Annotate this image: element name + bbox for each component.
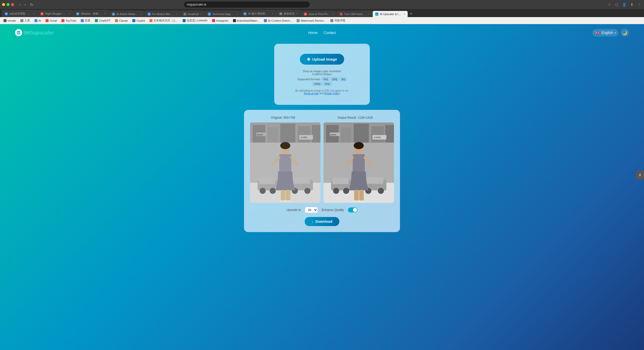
tab-close-4[interactable]: ×	[140, 13, 142, 16]
bookmark-copilot[interactable]: Copilot	[131, 19, 146, 23]
tab-label-1: ai自动写博客 - Goog...	[9, 12, 31, 16]
tab-close-12[interactable]: ×	[404, 13, 405, 16]
tab-8[interactable]: A AI 图片增强和矢量化... ×	[241, 10, 276, 17]
bookmark-tools[interactable]: 工具	[19, 18, 31, 23]
extensions-button[interactable]: ⬡	[614, 2, 619, 7]
bookmark-claude[interactable]: Claude	[113, 19, 129, 23]
bookmark-ai[interactable]: AI	[33, 19, 43, 23]
bookmark-instagram[interactable]: Instagram	[211, 19, 230, 23]
tab-close-2[interactable]: ×	[69, 12, 70, 15]
bookmark-label-bookshelf: 书架书笔	[334, 19, 345, 22]
svg-point-16	[304, 188, 310, 194]
tab-7[interactable]: T Technical diagram cl... ×	[205, 11, 240, 17]
format-jpeg: jpeg	[331, 77, 339, 81]
minimize-button[interactable]	[2, 3, 5, 6]
profile-button[interactable]: 👤	[621, 2, 627, 7]
tab-label-5: Fix Motion Blur in Ac...	[152, 13, 174, 16]
nav-contact-link[interactable]: Contact	[324, 31, 336, 35]
tab-10[interactable]: H How to Print Photos... ×	[301, 11, 336, 17]
tab-label-2: Right Blogger : AI能...	[45, 12, 67, 16]
bookmark-label-claude: Claude	[119, 19, 128, 22]
svg-rect-4	[268, 127, 278, 143]
logo-img: IMG	[24, 30, 33, 35]
tab-5[interactable]: F Fix Motion Blur in Ac... ×	[145, 11, 180, 17]
tab-favicon-10: H	[304, 13, 307, 16]
format-webp: webp	[312, 82, 322, 86]
tab-close-11[interactable]: ×	[368, 13, 369, 16]
svg-rect-22	[281, 190, 285, 201]
bookmark-icon-baidu	[81, 19, 84, 22]
reload-button[interactable]: ↻	[28, 2, 35, 8]
downloads-button[interactable]: ⬇	[629, 2, 634, 7]
tab-close-8[interactable]: ×	[272, 12, 273, 15]
bookmark-content-detect[interactable]: AI Content Detect...	[262, 19, 294, 23]
close-window-button[interactable]	[11, 3, 14, 6]
tab-11[interactable]: T Turn Old Family Pho... ×	[337, 11, 372, 17]
tab-close-3[interactable]: ×	[104, 12, 106, 15]
svg-rect-31	[341, 127, 351, 143]
bookmark-label-chatgpt: ChatGPT	[99, 19, 110, 22]
bookmark-label-ai: AI	[38, 19, 41, 22]
tab-close-7[interactable]: ×	[236, 13, 237, 16]
tab-3[interactable]: A Alibaise - 智能匹配配... ×	[73, 10, 109, 17]
bookmark-braindotai[interactable]: braindotai/Water...	[231, 19, 261, 23]
bookmark-linkedin[interactable]: 信息流 | LinkedIn	[181, 18, 209, 23]
format-bmp: bmp	[323, 82, 331, 86]
enhance-toggle-knob	[353, 208, 357, 212]
settings-button[interactable]: ⋮	[636, 2, 642, 7]
language-selector[interactable]: 🇬🇧 English ▾	[592, 29, 618, 36]
browser-chrome: ‹ › ↻ ☆ ⬡ 👤 ⬇ ⋮ G ai自动写博客 - Goog... × R …	[0, 0, 644, 24]
upload-card: ⊕ Upload Image Drop an image (upto resol…	[274, 44, 370, 105]
address-bar[interactable]	[184, 2, 310, 8]
tab-label-4: AI Article Writer: Ge...	[116, 13, 139, 16]
tab-close-10[interactable]: ×	[332, 13, 334, 16]
svg-point-39	[343, 188, 349, 194]
forward-button[interactable]: ›	[23, 2, 27, 7]
bookmark-label-copilot: Copilot	[136, 19, 145, 22]
nav-home-link[interactable]: Home	[308, 31, 317, 35]
enhance-quality-toggle[interactable]	[348, 207, 357, 212]
tab-favicon-1: G	[5, 12, 8, 15]
bookmark-icon-text	[149, 19, 152, 22]
bookmark-icon-youtube	[61, 19, 64, 22]
chevron-down-icon: ▾	[615, 31, 616, 34]
lang-label: English	[601, 31, 613, 35]
bookmark-text[interactable]: 文本相关式式（上...	[148, 18, 179, 23]
tab-favicon-6: L	[183, 13, 186, 16]
bookmark-button[interactable]: ☆	[607, 2, 612, 7]
privacy-link[interactable]: Privacy Policy	[324, 92, 340, 95]
bookmark-watermark[interactable]: Watermark Remov...	[295, 19, 327, 23]
tab-12[interactable]: A AI Upscaler & Image... ×	[373, 11, 408, 17]
terms-link[interactable]: Terms of Use	[304, 92, 318, 95]
tab-2[interactable]: R Right Blogger : AI能... ×	[38, 10, 73, 17]
download-button[interactable]: ↓ Download	[305, 217, 339, 226]
bookmark-label-text: 文本相关式式（上...	[153, 19, 178, 22]
tab-label-9: 新标签页	[284, 12, 295, 16]
tab-9[interactable]: N 新标签页 ×	[276, 10, 301, 17]
tab-6[interactable]: L localhost ×	[181, 11, 205, 17]
maximize-button[interactable]	[7, 3, 10, 6]
bookmark-baidu[interactable]: 百度	[79, 18, 92, 23]
bookmark-icon-tools	[20, 19, 23, 22]
bookmark-youtube[interactable]: YouTube	[60, 19, 78, 23]
bookmark-gmail[interactable]: Gmail	[44, 19, 58, 23]
bookmark-vmode[interactable]: vmode	[2, 19, 17, 23]
theme-toggle-button[interactable]: 🌙	[621, 29, 629, 37]
bookmark-bookshelf[interactable]: 书架书笔	[329, 18, 347, 23]
tab-close-1[interactable]: ×	[33, 12, 34, 15]
tab-1[interactable]: G ai自动写博客 - Goog... ×	[2, 10, 37, 17]
side-close-button[interactable]: X	[636, 170, 644, 180]
back-button[interactable]: ‹	[18, 2, 22, 7]
tab-close-5[interactable]: ×	[176, 13, 177, 16]
upload-hint: Drop an image (upto resolution 5,000×5,0…	[294, 70, 350, 76]
browser-top-bar: ‹ › ↻ ☆ ⬡ 👤 ⬇ ⋮	[0, 0, 644, 9]
upload-image-button[interactable]: ⊕ Upload Image	[300, 54, 344, 65]
tab-close-6[interactable]: ×	[200, 13, 202, 16]
tab-4[interactable]: A AI Article Writer: Ge... ×	[109, 11, 144, 17]
bookmark-chatgpt[interactable]: ChatGPT	[93, 19, 112, 23]
tab-favicon-5: F	[148, 13, 151, 16]
new-tab-button[interactable]: +	[408, 11, 414, 17]
tab-close-9[interactable]: ×	[296, 12, 298, 15]
bookmark-label-content-detect: AI Content Detect...	[268, 19, 292, 22]
upscale-select[interactable]: 1x 2x 4x	[305, 207, 318, 213]
